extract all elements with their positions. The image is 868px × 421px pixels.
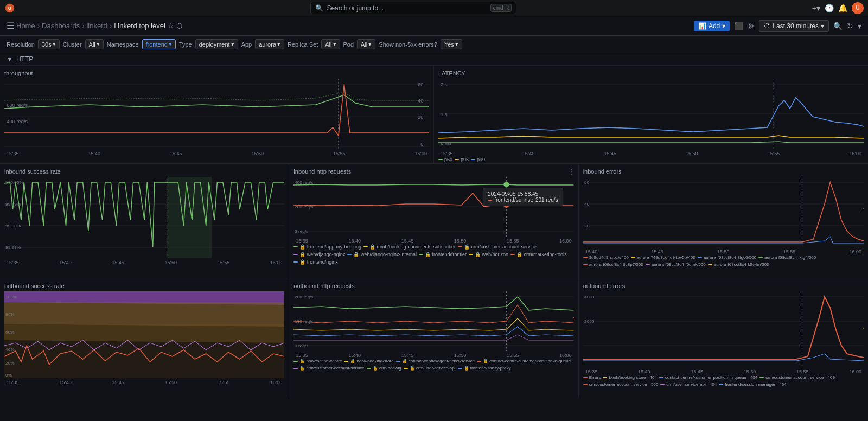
p50-label: p50 bbox=[444, 157, 452, 162]
inbound-success-x-axis: 15:3515:4015:4515:5015:5516:00 bbox=[4, 260, 284, 265]
add-button[interactable]: 📊 Add ▾ bbox=[694, 21, 730, 31]
svg-text:20: 20 bbox=[584, 224, 590, 228]
non5xx-select[interactable]: Yes ▾ bbox=[441, 39, 462, 49]
panel-menu-icon[interactable]: ⋮ bbox=[567, 167, 575, 176]
search-placeholder: Search or jump to... bbox=[327, 4, 487, 12]
section-title: HTTP bbox=[16, 55, 33, 63]
svg-marker-62 bbox=[573, 316, 574, 318]
add-icon: 📊 bbox=[698, 22, 706, 30]
app-label: App bbox=[241, 41, 252, 48]
top-bar-right: +▾ 🕐 🔔 U bbox=[812, 2, 864, 14]
search-bar[interactable]: 🔍 Search or jump to... cmd+k bbox=[310, 2, 516, 14]
time-range-button[interactable]: ⏱ Last 30 minutes ▾ bbox=[759, 20, 829, 32]
svg-marker-51 bbox=[4, 324, 284, 343]
svg-point-36 bbox=[504, 182, 509, 187]
svg-text:2 s: 2 s bbox=[441, 82, 448, 87]
svg-text:600 req/s: 600 req/s bbox=[7, 103, 28, 108]
svg-text:1 s: 1 s bbox=[441, 112, 448, 117]
avatar[interactable]: U bbox=[852, 2, 864, 14]
legend-inbound-item-2: 🔒 mmb/booking-documents-subscriber bbox=[363, 244, 456, 250]
http-section-header: ▼ HTTP bbox=[0, 53, 868, 66]
nav-dashboards[interactable]: Dashboards bbox=[42, 22, 80, 30]
tooltip-color bbox=[488, 200, 492, 201]
cluster-label: Cluster bbox=[63, 41, 82, 48]
svg-text:0 req/s: 0 req/s bbox=[295, 229, 308, 234]
breadcrumb-sep-2: › bbox=[82, 22, 84, 30]
favorite-icon[interactable]: ☆ bbox=[168, 22, 174, 30]
outbound-http-chart: 200 req/s 100 req/s 0 req/s bbox=[293, 291, 573, 351]
dot-2 bbox=[363, 246, 368, 247]
outbound-errors-legend: Errors book/booking-store - 404 contact-… bbox=[583, 375, 864, 387]
dot-9 bbox=[293, 261, 298, 263]
inbound-http-title: Inbound HTTP Requests bbox=[293, 168, 573, 175]
p99-color bbox=[471, 159, 475, 160]
collapse-icon[interactable]: ▼ bbox=[7, 55, 13, 63]
legend-inbound-label-7: 🔒 web/horizon bbox=[475, 252, 508, 257]
dashboard-settings-icon[interactable]: ⬛ bbox=[734, 22, 743, 30]
resolution-value: 30s bbox=[42, 41, 52, 48]
p95-label: p95 bbox=[461, 157, 469, 162]
more-icon[interactable]: ▾ bbox=[858, 22, 861, 30]
resolution-label: Resolution bbox=[7, 41, 35, 48]
inbound-errors-legend: 9d9dd4d9-srpzk/400 aurora-749d9dd4d9-tpv… bbox=[583, 255, 864, 267]
latency-x-axis: 15:3515:4015:4515:5015:5516:00 bbox=[438, 151, 864, 156]
outbound-errors-chart: 4000 2000 bbox=[583, 291, 864, 367]
svg-marker-50 bbox=[4, 302, 284, 327]
refresh-icon[interactable]: ↻ bbox=[847, 22, 853, 30]
svg-text:20: 20 bbox=[418, 114, 423, 120]
breadcrumb: ☰ Home › Dashboards › linkerd › Linkerd … bbox=[7, 21, 182, 31]
outbound-errors-panel: Outbound errors 4000 2000 15:3515:4015:4… bbox=[579, 278, 868, 398]
outbound-http-x-axis: 15:3515:4015:4515:5015:5516:00 bbox=[293, 353, 573, 358]
top-bar: G 🔍 Search or jump to... cmd+k +▾ 🕐 🔔 U bbox=[0, 0, 868, 16]
time-range-label: Last 30 minutes bbox=[773, 22, 819, 30]
tooltip-label: frontend/sunrise bbox=[494, 197, 533, 203]
svg-marker-44 bbox=[863, 207, 864, 209]
nav-linkerd[interactable]: linkerd bbox=[86, 22, 107, 30]
clock-icon[interactable]: 🕐 bbox=[825, 4, 834, 12]
latency-title: LATENCY bbox=[438, 70, 864, 76]
tooltip-time: 2024-09-05 15:58:45 bbox=[488, 191, 558, 197]
legend-inbound-label-6: 🔒 frontend/frontier bbox=[425, 252, 467, 257]
p95-color bbox=[455, 159, 459, 160]
p99-label: p99 bbox=[477, 157, 485, 162]
replica-set-value: All bbox=[325, 41, 331, 48]
legend-inbound-item-1: 🔒 frontend/app-my-booking bbox=[293, 244, 361, 250]
inbound-errors-panel: Inbound errors 60 40 20 15:4015:4515:501… bbox=[579, 164, 868, 278]
pod-select[interactable]: All ▾ bbox=[357, 39, 375, 49]
svg-text:200 req/s: 200 req/s bbox=[295, 205, 313, 209]
type-select[interactable]: deployment ▾ bbox=[195, 39, 238, 49]
svg-marker-70 bbox=[863, 327, 864, 329]
legend-inbound-label-5: 🔒 web/django-nginx-internal bbox=[353, 252, 417, 257]
svg-text:40: 40 bbox=[418, 98, 423, 104]
resolution-select[interactable]: 30s ▾ bbox=[38, 39, 60, 49]
zoom-out-icon[interactable]: 🔍 bbox=[833, 22, 843, 30]
time-chevron: ▾ bbox=[821, 22, 824, 30]
nav-home[interactable]: Home bbox=[16, 22, 35, 30]
plus-button[interactable]: +▾ bbox=[812, 4, 820, 12]
pod-value: All bbox=[361, 41, 367, 48]
inbound-errors-chart: 60 40 20 bbox=[583, 177, 864, 247]
latency-legend: p50 p95 p99 bbox=[438, 157, 864, 162]
grafana-logo: G bbox=[4, 3, 15, 14]
type-label: Type bbox=[179, 41, 192, 48]
hamburger-menu[interactable]: ☰ bbox=[7, 21, 14, 31]
keyboard-shortcut: cmd+k bbox=[490, 4, 512, 12]
share-icon[interactable]: ⬡ bbox=[176, 22, 182, 30]
gear-icon[interactable]: ⚙ bbox=[748, 22, 755, 30]
namespace-label: Namespace bbox=[107, 41, 139, 48]
filter-bar: Resolution 30s ▾ Cluster All ▾ Namespace… bbox=[0, 36, 868, 53]
breadcrumb-sep-3: › bbox=[110, 22, 112, 30]
replica-set-select[interactable]: All ▾ bbox=[321, 39, 340, 49]
svg-text:80%: 80% bbox=[5, 312, 15, 317]
namespace-select[interactable]: frontend ▾ bbox=[142, 39, 176, 49]
outbound-http-panel: Outbound HTTP Requests 200 req/s 100 req… bbox=[289, 278, 578, 398]
svg-text:0%: 0% bbox=[5, 373, 12, 378]
svg-text:400 req/s: 400 req/s bbox=[295, 180, 313, 185]
tooltip-value: 201 req/s bbox=[535, 197, 558, 203]
cluster-select[interactable]: All ▾ bbox=[85, 39, 104, 49]
non5xx-label: Show non-5xx errors? bbox=[379, 41, 437, 48]
app-select[interactable]: aurora ▾ bbox=[255, 39, 284, 49]
legend-inbound-item-4: 🔒 web/django-nginx bbox=[293, 252, 345, 257]
svg-text:100.00%: 100.00% bbox=[5, 180, 23, 185]
bell-icon[interactable]: 🔔 bbox=[838, 4, 847, 12]
